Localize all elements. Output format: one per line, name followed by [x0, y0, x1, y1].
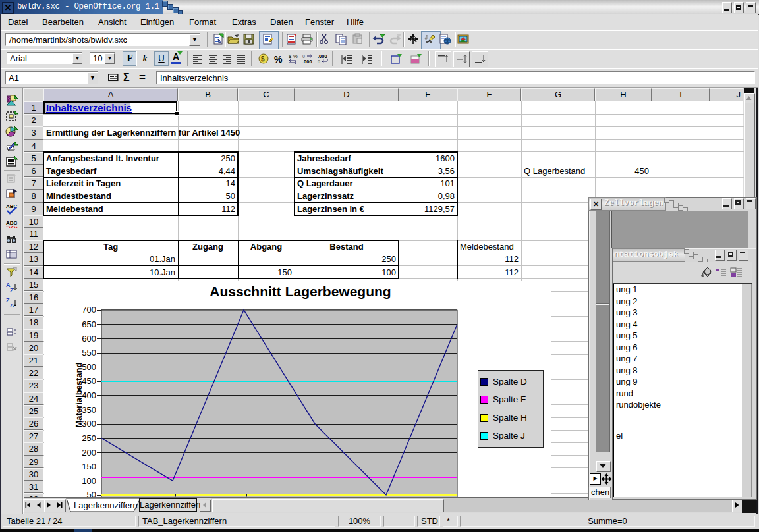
svg-text:Lagerkennziffern: Lagerkennziffern	[74, 500, 138, 510]
